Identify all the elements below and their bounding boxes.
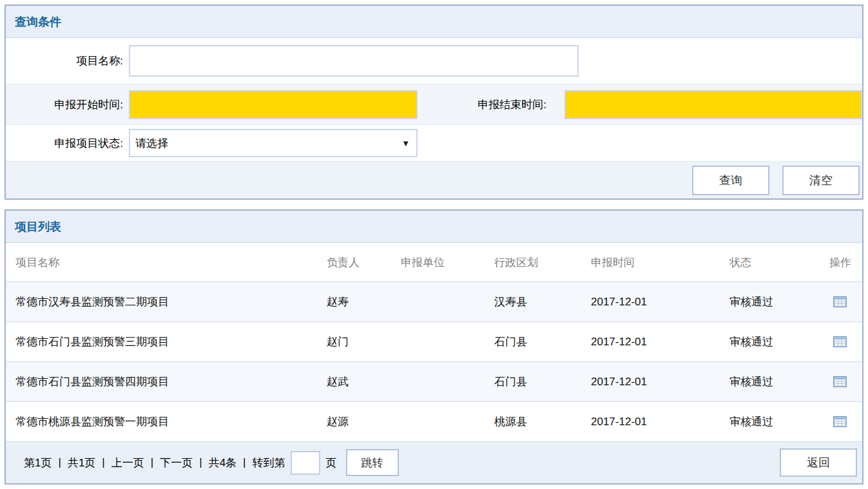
end-time-input[interactable] <box>564 90 862 119</box>
column-header-status: 状态 <box>729 255 829 270</box>
table-row: 常德市汉寿县监测预警二期项目 赵寿 汉寿县 2017-12-01 审核通过 <box>6 282 862 322</box>
clear-button[interactable]: 清空 <box>782 166 860 195</box>
separator: | <box>102 456 104 469</box>
query-panel: 查询条件 项目名称: 申报开始时间: 申报结束时间: 申报项目状态: 请选择 ▼… <box>5 5 863 200</box>
current-page-text: 第1页 <box>24 455 52 470</box>
separator: | <box>151 456 153 469</box>
cell-region: 石门县 <box>494 374 591 389</box>
report-time-row: 申报开始时间: 申报结束时间: <box>6 84 862 125</box>
query-actions-row: 查询 清空 <box>6 161 862 198</box>
column-header-unit: 申报单位 <box>401 255 494 270</box>
chevron-down-icon: ▼ <box>401 139 410 148</box>
cell-status: 审核通过 <box>729 374 829 389</box>
view-detail-table-icon[interactable] <box>833 416 847 427</box>
cell-project-name: 常德市桃源县监测预警一期项目 <box>15 414 327 429</box>
goto-page-input[interactable] <box>291 451 320 475</box>
cell-region: 桃源县 <box>494 414 591 429</box>
column-header-leader: 负责人 <box>327 255 401 270</box>
query-panel-title: 查询条件 <box>15 14 61 30</box>
cell-date: 2017-12-01 <box>591 336 729 349</box>
back-button[interactable]: 返回 <box>780 448 857 477</box>
goto-page-suffix: 页 <box>326 455 337 470</box>
separator: | <box>58 456 61 469</box>
project-name-row: 项目名称: <box>6 38 862 84</box>
jump-button[interactable]: 跳转 <box>346 449 399 476</box>
cell-leader: 赵武 <box>327 374 401 389</box>
column-header-action: 操作 <box>829 255 862 270</box>
cell-leader: 赵源 <box>327 414 401 429</box>
cell-project-name: 常德市汉寿县监测预警二期项目 <box>15 294 327 309</box>
separator: | <box>199 456 202 469</box>
prev-page-link[interactable]: 上一页 <box>111 455 144 470</box>
cell-project-name: 常德市石门县监测预警三期项目 <box>15 334 327 349</box>
cell-status: 审核通过 <box>729 334 829 349</box>
cell-leader: 赵门 <box>327 334 401 349</box>
cell-status: 审核通过 <box>729 294 829 309</box>
project-list-title: 项目列表 <box>15 219 61 235</box>
view-detail-table-icon[interactable] <box>833 336 847 347</box>
cell-date: 2017-12-01 <box>591 376 729 388</box>
cell-date: 2017-12-01 <box>591 296 729 309</box>
column-header-region: 行政区划 <box>494 255 591 270</box>
cell-region: 汉寿县 <box>494 294 591 309</box>
project-list-header: 项目列表 <box>6 211 862 243</box>
cell-project-name: 常德市石门县监测预警四期项目 <box>15 374 327 389</box>
cell-status: 审核通过 <box>729 414 829 429</box>
project-list-panel: 项目列表 项目名称 负责人 申报单位 行政区划 申报时间 状态 操作 常德市汉寿… <box>5 209 863 484</box>
cell-leader: 赵寿 <box>327 294 401 309</box>
cell-date: 2017-12-01 <box>591 416 729 428</box>
table-body: 常德市汉寿县监测预警二期项目 赵寿 汉寿县 2017-12-01 审核通过 <box>6 282 862 442</box>
search-button[interactable]: 查询 <box>692 166 769 195</box>
next-page-link[interactable]: 下一页 <box>160 455 193 470</box>
project-status-label: 申报项目状态: <box>6 136 123 151</box>
total-pages-text: 共1页 <box>68 455 95 470</box>
table-row: 常德市石门县监测预警四期项目 赵武 石门县 2017-12-01 审核通过 <box>6 362 862 402</box>
query-panel-header: 查询条件 <box>6 6 862 38</box>
cell-action <box>829 416 862 427</box>
table-row: 常德市桃源县监测预警一期项目 赵源 桃源县 2017-12-01 审核通过 <box>6 402 862 442</box>
project-status-row: 申报项目状态: 请选择 ▼ <box>6 125 862 161</box>
table-column-header-row: 项目名称 负责人 申报单位 行政区划 申报时间 状态 操作 <box>6 243 862 282</box>
cell-action <box>829 296 862 307</box>
cell-region: 石门县 <box>494 334 591 349</box>
total-items-text: 共4条 <box>209 455 236 470</box>
end-time-label: 申报结束时间: <box>418 97 546 112</box>
start-time-input[interactable] <box>129 90 418 119</box>
project-status-select[interactable]: 请选择 ▼ <box>129 129 418 157</box>
project-status-selected-value: 请选择 <box>135 136 168 151</box>
table-row: 常德市石门县监测预警三期项目 赵门 石门县 2017-12-01 审核通过 <box>6 322 862 362</box>
project-name-input[interactable] <box>129 45 579 77</box>
cell-action <box>829 376 862 387</box>
start-time-label: 申报开始时间: <box>6 97 123 112</box>
pagination-bar: 第1页 | 共1页 | 上一页 | 下一页 | 共4条 | 转到第 页 跳转 返… <box>6 442 862 483</box>
cell-action <box>829 336 862 347</box>
column-header-project-name: 项目名称 <box>15 255 327 270</box>
goto-page-prefix: 转到第 <box>253 455 285 470</box>
view-detail-table-icon[interactable] <box>833 296 847 307</box>
page: 查询条件 项目名称: 申报开始时间: 申报结束时间: 申报项目状态: 请选择 ▼… <box>0 0 868 489</box>
project-name-label: 项目名称: <box>6 53 123 68</box>
column-header-date: 申报时间 <box>591 255 729 270</box>
separator: | <box>243 456 246 469</box>
view-detail-table-icon[interactable] <box>833 376 847 387</box>
